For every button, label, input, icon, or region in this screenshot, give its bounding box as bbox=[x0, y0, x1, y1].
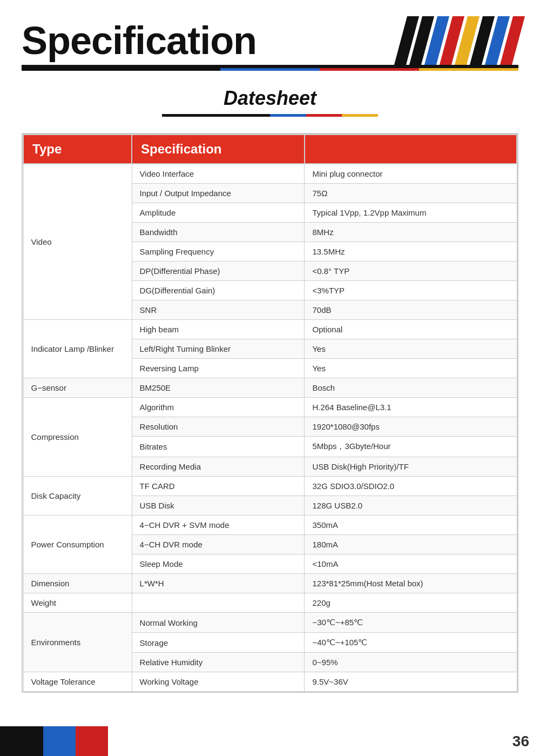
val-normal-working: −30℃~+85℃ bbox=[305, 613, 517, 633]
col-value-header bbox=[305, 135, 517, 164]
table-row: Weight 220g bbox=[23, 593, 517, 613]
spec-recording-media: Recording Media bbox=[132, 457, 305, 477]
spec-working-voltage: Working Voltage bbox=[132, 672, 305, 692]
val-io-impedance: 75Ω bbox=[305, 184, 517, 203]
page-footer: 36 bbox=[0, 726, 540, 756]
spec-table: Type Specification Video Video Interface… bbox=[23, 134, 517, 692]
table-row: Environments Normal Working −30℃~+85℃ bbox=[23, 613, 517, 633]
spec-video-interface: Video Interface bbox=[132, 164, 305, 184]
header-color-bar bbox=[22, 68, 518, 71]
type-voltage: Voltage Tolerance bbox=[23, 672, 132, 692]
datesheet-title: Datesheet bbox=[22, 87, 518, 110]
val-bandwidth: 8MHz bbox=[305, 223, 517, 242]
spec-dg: DG(Differential Gain) bbox=[132, 281, 305, 300]
spec-high-beam: High beam bbox=[132, 320, 305, 339]
page-number: 36 bbox=[512, 733, 529, 750]
val-4ch-svm: 350mA bbox=[305, 516, 517, 535]
header-stripes bbox=[401, 16, 518, 65]
val-gsensor: Bosch bbox=[305, 378, 517, 398]
val-resolution: 1920*1080@30fps bbox=[305, 417, 517, 437]
val-bitrates: 5Mbps，3Gbyte/Hour bbox=[305, 437, 517, 457]
type-environments: Environments bbox=[23, 613, 132, 672]
val-usb-disk: 128G USB2.0 bbox=[305, 496, 517, 516]
type-power-consumption: Power Consumption bbox=[23, 516, 132, 574]
val-video-interface: Mini plug connector bbox=[305, 164, 517, 184]
type-weight: Weight bbox=[23, 593, 132, 613]
spec-lwh: L*W*H bbox=[132, 574, 305, 593]
spec-4ch-svm: 4−CH DVR + SVM mode bbox=[132, 516, 305, 535]
spec-usb-disk: USB Disk bbox=[132, 496, 305, 516]
type-gsensor: G−sensor bbox=[23, 378, 132, 398]
val-sampling-freq: 13.5MHz bbox=[305, 242, 517, 262]
spec-turning-blinker: Left/Right Turning Blinker bbox=[132, 339, 305, 359]
spec-reversing-lamp: Reversing Lamp bbox=[132, 359, 305, 378]
datesheet-underline bbox=[162, 114, 378, 117]
spec-normal-working: Normal Working bbox=[132, 613, 305, 633]
spec-storage: Storage bbox=[132, 633, 305, 653]
table-row: G−sensor BM250E Bosch bbox=[23, 378, 517, 398]
val-dp: <0.8° TYP bbox=[305, 262, 517, 281]
table-row: Disk Capacity TF CARD 32G SDIO3.0/SDIO2.… bbox=[23, 477, 517, 496]
table-row: Power Consumption 4−CH DVR + SVM mode 35… bbox=[23, 516, 517, 535]
type-video: Video bbox=[23, 164, 132, 320]
table-row: Dimension L*W*H 123*81*25mm(Host Metal b… bbox=[23, 574, 517, 593]
spec-io-impedance: Input / Output Impedance bbox=[132, 184, 305, 203]
table-row: Voltage Tolerance Working Voltage 9.5V~3… bbox=[23, 672, 517, 692]
spec-tf-card: TF CARD bbox=[132, 477, 305, 496]
table-row: Compression Algorithm H.264 Baseline@L3.… bbox=[23, 398, 517, 417]
spec-bandwidth: Bandwidth bbox=[132, 223, 305, 242]
val-turning-blinker: Yes bbox=[305, 339, 517, 359]
type-indicator-lamp: Indicator Lamp /Blinker bbox=[23, 320, 132, 378]
spec-resolution: Resolution bbox=[132, 417, 305, 437]
spec-weight bbox=[132, 593, 305, 613]
type-disk-capacity: Disk Capacity bbox=[23, 477, 132, 516]
table-row: Indicator Lamp /Blinker High beam Option… bbox=[23, 320, 517, 339]
footer-stripes bbox=[0, 726, 108, 756]
page-header: Specification bbox=[0, 0, 540, 65]
spec-gsensor: BM250E bbox=[132, 378, 305, 398]
val-4ch-dvr: 180mA bbox=[305, 535, 517, 554]
val-dg: <3%TYP bbox=[305, 281, 517, 300]
val-tf-card: 32G SDIO3.0/SDIO2.0 bbox=[305, 477, 517, 496]
spec-table-container: Type Specification Video Video Interface… bbox=[22, 133, 518, 693]
spec-humidity: Relative Humidity bbox=[132, 653, 305, 672]
spec-4ch-dvr: 4−CH DVR mode bbox=[132, 535, 305, 554]
val-amplitude: Typical 1Vpp, 1.2Vpp Maximum bbox=[305, 203, 517, 223]
spec-sampling-freq: Sampling Frequency bbox=[132, 242, 305, 262]
type-compression: Compression bbox=[23, 398, 132, 477]
type-dimension: Dimension bbox=[23, 574, 132, 593]
val-algorithm: H.264 Baseline@L3.1 bbox=[305, 398, 517, 417]
spec-dp: DP(Differential Phase) bbox=[132, 262, 305, 281]
spec-bitrates: Bitrates bbox=[132, 437, 305, 457]
val-lwh: 123*81*25mm(Host Metal box) bbox=[305, 574, 517, 593]
val-recording-media: USB Disk(High Priority)/TF bbox=[305, 457, 517, 477]
spec-algorithm: Algorithm bbox=[132, 398, 305, 417]
val-high-beam: Optional bbox=[305, 320, 517, 339]
spec-sleep-mode: Sleep Mode bbox=[132, 554, 305, 574]
page-title: Specification bbox=[22, 18, 256, 63]
val-humidity: 0~95% bbox=[305, 653, 517, 672]
spec-amplitude: Amplitude bbox=[132, 203, 305, 223]
val-snr: 70dB bbox=[305, 300, 517, 320]
col-type-header: Type bbox=[23, 135, 132, 164]
table-row: Video Video Interface Mini plug connecto… bbox=[23, 164, 517, 184]
datesheet-section: Datesheet bbox=[0, 71, 540, 122]
col-spec-header: Specification bbox=[132, 135, 305, 164]
spec-snr: SNR bbox=[132, 300, 305, 320]
val-reversing-lamp: Yes bbox=[305, 359, 517, 378]
val-weight: 220g bbox=[305, 593, 517, 613]
val-working-voltage: 9.5V~36V bbox=[305, 672, 517, 692]
val-sleep-mode: <10mA bbox=[305, 554, 517, 574]
val-storage: −40℃~+105℃ bbox=[305, 633, 517, 653]
